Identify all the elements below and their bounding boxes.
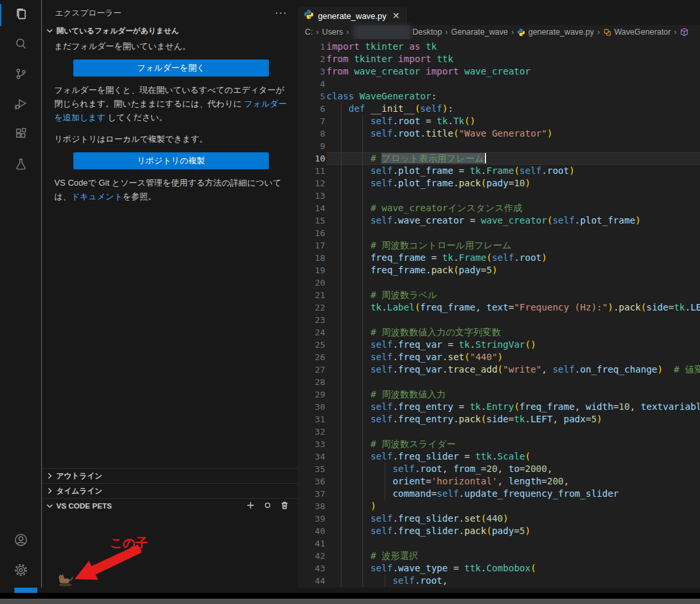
breadcrumb-folder[interactable]: Genarate_wave bbox=[451, 27, 508, 37]
line-number[interactable]: 38 bbox=[298, 500, 326, 512]
code-line: self.freq_entry = tk.Entry(freq_frame, w… bbox=[326, 401, 700, 413]
account-icon bbox=[13, 532, 29, 550]
line-number[interactable]: 41 bbox=[298, 537, 326, 550]
line-number[interactable]: 37 bbox=[298, 488, 326, 500]
line-number[interactable]: 8 bbox=[298, 127, 326, 140]
sidebar-item-extensions[interactable] bbox=[0, 120, 41, 150]
line-number[interactable]: 33 bbox=[298, 438, 326, 450]
line-number[interactable]: 30 bbox=[298, 401, 326, 413]
breadcrumb-file[interactable]: generate_wave.py bbox=[528, 27, 594, 37]
line-number[interactable]: 13 bbox=[298, 190, 326, 202]
line-number[interactable]: 27 bbox=[298, 363, 326, 376]
line-number[interactable]: 43 bbox=[298, 562, 326, 575]
tab-label: generate_wave.py bbox=[318, 11, 387, 21]
code-line: def __init__(self): bbox=[326, 103, 700, 115]
breadcrumb-class[interactable]: WaveGenerator bbox=[614, 27, 671, 37]
line-number[interactable]: 7 bbox=[298, 115, 326, 127]
pet-annotation-label: この子 bbox=[110, 535, 148, 552]
breadcrumb-separator: › bbox=[511, 27, 514, 37]
tab-generate-wave-py[interactable]: generate_wave.py ✕ bbox=[298, 7, 407, 25]
line-number[interactable]: 34 bbox=[298, 450, 326, 463]
panel-outline[interactable]: アウトライン bbox=[42, 468, 298, 483]
code-line bbox=[326, 537, 700, 550]
code-line: self.freq_slider = ttk.Scale( bbox=[326, 450, 700, 463]
open-folder-button[interactable]: フォルダーを開く bbox=[73, 59, 269, 76]
line-number[interactable]: 16 bbox=[298, 227, 326, 239]
section-no-folder[interactable]: 開いているフォルダーがありません bbox=[42, 24, 298, 38]
line-number[interactable]: 25 bbox=[298, 339, 326, 351]
line-number[interactable]: 11 bbox=[298, 165, 326, 177]
breadcrumb-drive[interactable]: C: bbox=[305, 27, 313, 37]
throw-ball-icon[interactable] bbox=[262, 500, 273, 512]
line-number[interactable]: 23 bbox=[298, 314, 326, 326]
sidebar-item-search[interactable] bbox=[0, 30, 41, 60]
line-number[interactable]: 19 bbox=[298, 264, 326, 277]
code-line bbox=[326, 277, 700, 289]
settings-button[interactable] bbox=[0, 556, 41, 586]
code-line: freq_frame = tk.Frame(self.root) bbox=[326, 252, 700, 264]
line-number[interactable]: 28 bbox=[298, 376, 326, 388]
line-number[interactable]: 9 bbox=[298, 140, 326, 152]
panel-timeline[interactable]: タイムライン bbox=[42, 483, 298, 498]
settings-gear-icon bbox=[13, 562, 29, 580]
line-number[interactable]: 18 bbox=[298, 252, 326, 264]
line-number[interactable]: 4 bbox=[298, 78, 326, 90]
clone-repository-button[interactable]: リポジトリの複製 bbox=[73, 152, 269, 169]
pets-panel-body: この子 bbox=[42, 512, 298, 588]
code-line: ) bbox=[326, 500, 700, 512]
more-actions-icon[interactable]: ··· bbox=[275, 10, 287, 16]
code-line: # 周波数数値入力の文字列変数 bbox=[326, 326, 700, 339]
sidebar-item-testing[interactable] bbox=[0, 150, 41, 180]
breadcrumb-users[interactable]: Users bbox=[322, 27, 343, 37]
line-number[interactable]: 1 bbox=[298, 41, 326, 53]
editor-group: generate_wave.py ✕ C: › Users › Desktop … bbox=[298, 0, 700, 593]
sidebar-item-run-debug[interactable] bbox=[0, 90, 41, 120]
code-line: self.freq_slider.pack(pady=5) bbox=[326, 525, 700, 537]
line-number[interactable]: 6 bbox=[298, 103, 326, 115]
code-line: self.freq_var.set("440") bbox=[326, 351, 700, 363]
sidebar-item-source-control[interactable] bbox=[0, 60, 41, 90]
line-number[interactable]: 14 bbox=[298, 202, 326, 214]
code-line: from wave_creator import wave_creator bbox=[326, 65, 700, 78]
line-number[interactable]: 26 bbox=[298, 351, 326, 363]
line-number[interactable]: 2 bbox=[298, 53, 326, 65]
breadcrumb-desktop[interactable]: Desktop bbox=[412, 27, 442, 37]
chevron-down-icon bbox=[44, 501, 55, 511]
line-number[interactable]: 40 bbox=[298, 525, 326, 537]
line-number[interactable]: 31 bbox=[298, 413, 326, 426]
account-button[interactable] bbox=[0, 526, 41, 556]
line-number[interactable]: 29 bbox=[298, 388, 326, 401]
chevron-right-icon bbox=[44, 486, 55, 496]
line-number[interactable]: 44 bbox=[298, 575, 326, 587]
line-number[interactable]: 35 bbox=[298, 463, 326, 475]
line-number[interactable]: 3 bbox=[298, 65, 326, 78]
add-pet-icon[interactable] bbox=[245, 500, 256, 512]
line-number[interactable]: 5 bbox=[298, 90, 326, 103]
line-number[interactable]: 32 bbox=[298, 426, 326, 438]
line-number[interactable]: 36 bbox=[298, 475, 326, 488]
documentation-link[interactable]: ドキュメント bbox=[71, 192, 123, 201]
sidebar-item-explorer[interactable] bbox=[0, 0, 41, 30]
line-number[interactable]: 22 bbox=[298, 301, 326, 314]
code-line: # wave_creatorインスタンス作成 bbox=[326, 202, 700, 214]
line-number[interactable]: 10 bbox=[298, 152, 326, 165]
panel-vscode-pets[interactable]: VS CODE PETS bbox=[42, 498, 298, 513]
line-number[interactable]: 20 bbox=[298, 277, 326, 289]
gutter[interactable]: 1234567891011121314151617181920212223242… bbox=[298, 41, 326, 587]
code-line: freq_frame.pack(pady=5) bbox=[326, 264, 700, 277]
line-number[interactable]: 24 bbox=[298, 326, 326, 339]
line-number[interactable]: 17 bbox=[298, 239, 326, 252]
close-icon[interactable]: ✕ bbox=[393, 11, 400, 20]
line-number[interactable]: 12 bbox=[298, 177, 326, 190]
code-line bbox=[326, 190, 700, 202]
code-editor[interactable]: 1234567891011121314151617181920212223242… bbox=[298, 39, 700, 593]
delete-pet-icon[interactable] bbox=[279, 500, 290, 512]
line-number[interactable]: 42 bbox=[298, 550, 326, 562]
code-line: self.freq_var.trace_add("write", self.on… bbox=[326, 363, 700, 376]
statusbar-remote-chip[interactable] bbox=[14, 588, 37, 593]
line-number[interactable]: 15 bbox=[298, 214, 326, 227]
line-number[interactable]: 39 bbox=[298, 512, 326, 525]
breadcrumb-separator: › bbox=[597, 27, 600, 37]
line-number[interactable]: 21 bbox=[298, 289, 326, 301]
pet-cat[interactable] bbox=[56, 571, 76, 587]
